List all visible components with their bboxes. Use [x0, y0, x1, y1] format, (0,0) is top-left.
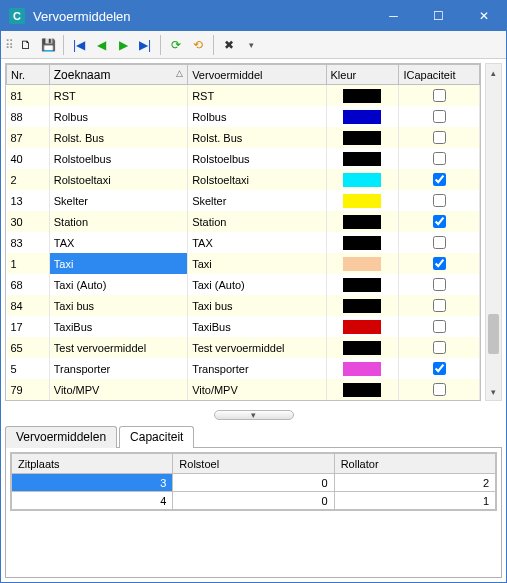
cell-zoeknaam[interactable]: Taxi (Auto)	[49, 274, 187, 295]
cell-zitplaats[interactable]: 4	[12, 492, 173, 510]
cell-kleur[interactable]	[326, 316, 399, 337]
tab-vervoermiddelen[interactable]: Vervoermiddelen	[5, 426, 117, 448]
cell-zoeknaam[interactable]: Station	[49, 211, 187, 232]
cell-vervoermiddel[interactable]: Test vervoermiddel	[188, 337, 326, 358]
col-zitplaats[interactable]: Zitplaats	[12, 454, 173, 474]
cell-zoeknaam[interactable]: TAX	[49, 232, 187, 253]
cell-vervoermiddel[interactable]: Rolst. Bus	[188, 127, 326, 148]
cell-rollator[interactable]: 1	[334, 492, 495, 510]
titlebar[interactable]: C Vervoermiddelen ─ ☐ ✕	[1, 1, 506, 31]
table-row[interactable]: 65Test vervoermiddelTest vervoermiddel	[7, 337, 480, 358]
cell-kleur[interactable]	[326, 148, 399, 169]
table-row[interactable]: 40RolstoelbusRolstoelbus	[7, 148, 480, 169]
cell-rolstoel[interactable]: 0	[173, 474, 334, 492]
minimize-button[interactable]: ─	[371, 1, 416, 31]
cell-vervoermiddel[interactable]: Skelter	[188, 190, 326, 211]
cell-rollator[interactable]: 2	[334, 474, 495, 492]
cell-zoeknaam[interactable]: TaxiBus	[49, 316, 187, 337]
cell-vervoermiddel[interactable]: Station	[188, 211, 326, 232]
cell-capaciteit[interactable]	[399, 295, 480, 316]
table-row[interactable]: 17TaxiBusTaxiBus	[7, 316, 480, 337]
capaciteit-checkbox[interactable]	[433, 173, 446, 186]
capaciteit-checkbox[interactable]	[433, 236, 446, 249]
scroll-up-icon[interactable]: ▴	[486, 64, 501, 81]
vertical-scrollbar[interactable]: ▴ ▾	[485, 63, 502, 401]
col-zoeknaam[interactable]: Zoeknaam△	[49, 65, 187, 85]
cell-capaciteit[interactable]	[399, 211, 480, 232]
cell-kleur[interactable]	[326, 169, 399, 190]
cell-kleur[interactable]	[326, 232, 399, 253]
cell-nr[interactable]: 84	[7, 295, 50, 316]
cell-capaciteit[interactable]	[399, 127, 480, 148]
refresh-button[interactable]: ⟳	[166, 35, 186, 55]
cell-zoeknaam[interactable]: Taxi	[49, 253, 187, 274]
cell-zoeknaam[interactable]: RST	[49, 85, 187, 107]
cell-capaciteit[interactable]	[399, 148, 480, 169]
table-row[interactable]: 68Taxi (Auto)Taxi (Auto)	[7, 274, 480, 295]
save-button[interactable]: 💾	[38, 35, 58, 55]
last-button[interactable]: ▶|	[135, 35, 155, 55]
cell-vervoermiddel[interactable]: Rolbus	[188, 106, 326, 127]
capaciteit-checkbox[interactable]	[433, 278, 446, 291]
cell-capaciteit[interactable]	[399, 337, 480, 358]
table-row[interactable]: 13SkelterSkelter	[7, 190, 480, 211]
cell-zoeknaam[interactable]: Rolstoelbus	[49, 148, 187, 169]
col-kleur[interactable]: Kleur	[326, 65, 399, 85]
capaciteit-checkbox[interactable]	[433, 257, 446, 270]
cell-capaciteit[interactable]	[399, 274, 480, 295]
cell-zoeknaam[interactable]: Test vervoermiddel	[49, 337, 187, 358]
col-capaciteit[interactable]: ICapaciteit	[399, 65, 480, 85]
cell-vervoermiddel[interactable]: Rolstoelbus	[188, 148, 326, 169]
cell-zoeknaam[interactable]: Vito/MPV	[49, 379, 187, 400]
cell-vervoermiddel[interactable]: Vito/MPV	[188, 379, 326, 400]
table-row[interactable]: 88RolbusRolbus	[7, 106, 480, 127]
cell-nr[interactable]: 5	[7, 358, 50, 379]
main-grid[interactable]: Nr. Zoeknaam△ Vervoermiddel Kleur ICapac…	[5, 63, 481, 401]
cell-nr[interactable]: 2	[7, 169, 50, 190]
cell-capaciteit[interactable]	[399, 190, 480, 211]
cell-kleur[interactable]	[326, 211, 399, 232]
cell-nr[interactable]: 83	[7, 232, 50, 253]
capaciteit-checkbox[interactable]	[433, 89, 446, 102]
cell-zoeknaam[interactable]: Rolbus	[49, 106, 187, 127]
col-vervoermiddel[interactable]: Vervoermiddel	[188, 65, 326, 85]
cell-kleur[interactable]	[326, 190, 399, 211]
cell-vervoermiddel[interactable]: Rolstoeltaxi	[188, 169, 326, 190]
cell-zoeknaam[interactable]: Rolstoeltaxi	[49, 169, 187, 190]
cell-capaciteit[interactable]	[399, 106, 480, 127]
col-nr[interactable]: Nr.	[7, 65, 50, 85]
cell-kleur[interactable]	[326, 85, 399, 107]
table-row[interactable]: 401	[12, 492, 496, 510]
capaciteit-checkbox[interactable]	[433, 215, 446, 228]
cell-nr[interactable]: 40	[7, 148, 50, 169]
capaciteit-checkbox[interactable]	[433, 320, 446, 333]
cell-nr[interactable]: 13	[7, 190, 50, 211]
cell-zoeknaam[interactable]: Taxi bus	[49, 295, 187, 316]
capaciteit-checkbox[interactable]	[433, 362, 446, 375]
table-row[interactable]: 84Taxi busTaxi bus	[7, 295, 480, 316]
capaciteit-checkbox[interactable]	[433, 131, 446, 144]
cell-nr[interactable]: 79	[7, 379, 50, 400]
delete-button[interactable]: ✖	[219, 35, 239, 55]
table-row[interactable]: 2RolstoeltaxiRolstoeltaxi	[7, 169, 480, 190]
cell-nr[interactable]: 65	[7, 337, 50, 358]
cell-zoeknaam[interactable]: Rolst. Bus	[49, 127, 187, 148]
capaciteit-checkbox[interactable]	[433, 341, 446, 354]
table-row[interactable]: 5TransporterTransporter	[7, 358, 480, 379]
cell-zoeknaam[interactable]: Skelter	[49, 190, 187, 211]
splitter[interactable]: ▾	[1, 407, 506, 423]
cell-nr[interactable]: 1	[7, 253, 50, 274]
cell-vervoermiddel[interactable]: Transporter	[188, 358, 326, 379]
cell-capaciteit[interactable]	[399, 169, 480, 190]
table-row[interactable]: 302	[12, 474, 496, 492]
close-button[interactable]: ✕	[461, 1, 506, 31]
new-button[interactable]: 🗋	[16, 35, 36, 55]
cell-kleur[interactable]	[326, 358, 399, 379]
col-rolstoel[interactable]: Rolstoel	[173, 454, 334, 474]
cell-vervoermiddel[interactable]: Taxi	[188, 253, 326, 274]
capaciteit-checkbox[interactable]	[433, 110, 446, 123]
capaciteit-checkbox[interactable]	[433, 383, 446, 396]
cell-capaciteit[interactable]	[399, 358, 480, 379]
col-rollator[interactable]: Rollator	[334, 454, 495, 474]
cell-capaciteit[interactable]	[399, 253, 480, 274]
